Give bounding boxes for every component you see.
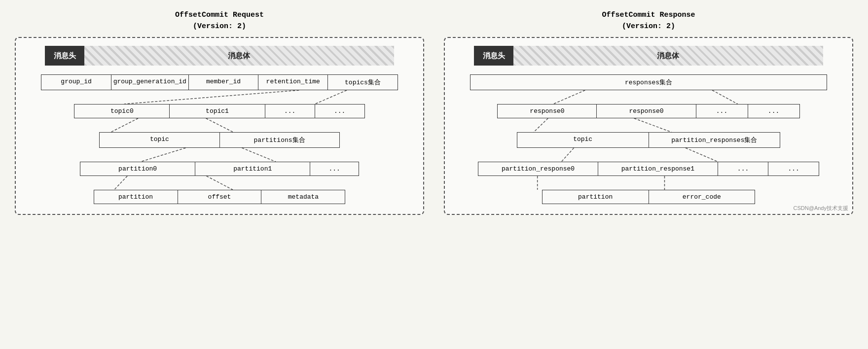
svg-line-5 — [242, 148, 276, 162]
left-r3-c1: topic — [100, 133, 219, 147]
left-conn2 — [84, 118, 355, 132]
right-msg-header-row: 消息头 消息体 — [474, 46, 823, 66]
right-r4-c4: ... — [768, 162, 819, 175]
left-r1-c4: retention_time — [258, 75, 328, 90]
right-row2: response0 response0 ... ... — [497, 104, 799, 118]
left-r1-c2: group_generation_id — [111, 75, 189, 90]
right-msg-tou: 消息头 — [474, 46, 513, 66]
left-msg-tou: 消息头 — [45, 46, 84, 66]
right-msg-ti: 消息体 — [513, 46, 823, 66]
left-title-line1: OffsetCommit Request — [175, 11, 264, 19]
right-r1-c1: responses集合 — [470, 75, 826, 90]
right-r4-c2: partition_response1 — [598, 162, 718, 175]
right-title: OffsetCommit Response (Version: 2) — [602, 10, 695, 32]
right-row5: partition error_code — [542, 190, 755, 204]
right-r3-c2: partition_responses集合 — [649, 133, 780, 147]
left-row4: partition0 partition1 ... — [80, 162, 359, 176]
left-r2-c2: topic1 — [170, 105, 265, 118]
left-r5-c2: offset — [178, 190, 262, 204]
right-row1-wrapper: responses集合 response0 response0 ... ... — [455, 74, 842, 204]
left-r4-c2: partition1 — [195, 162, 310, 175]
right-row4: partition_response0 partition_response1 … — [478, 162, 819, 176]
right-conn4 — [490, 176, 808, 190]
right-conn1 — [490, 90, 808, 104]
svg-line-4 — [141, 148, 185, 162]
right-dashed-box: 消息头 消息体 responses集合 response0 response0 … — [444, 37, 853, 215]
left-r1-c3: member_id — [189, 75, 258, 90]
left-conn1 — [61, 90, 379, 104]
left-row3: topic partitions集合 — [99, 132, 339, 148]
left-title: OffsetCommit Request (Version: 2) — [175, 10, 264, 32]
left-conn3 — [107, 148, 332, 162]
right-row1: responses集合 — [470, 74, 827, 90]
svg-line-2 — [111, 118, 138, 132]
right-r4-c1: partition_response0 — [478, 162, 598, 175]
svg-line-6 — [114, 176, 127, 190]
right-title-line2: (Version: 2) — [622, 22, 675, 31]
right-r2-c1: response0 — [498, 105, 597, 118]
left-row1: group_id group_generation_id member_id r… — [41, 74, 398, 90]
main-container: OffsetCommit Request (Version: 2) 消息头 消息… — [0, 0, 868, 349]
right-r2-c4: ... — [748, 105, 799, 118]
left-r4-c3: ... — [310, 162, 359, 175]
left-r5-c3: metadata — [261, 190, 345, 204]
left-r2-c4: ... — [315, 105, 364, 118]
right-r2-c3: ... — [696, 105, 748, 118]
svg-line-9 — [712, 90, 738, 104]
left-r2-c1: topic0 — [74, 105, 170, 118]
right-r2-c2: response0 — [597, 105, 696, 118]
right-row3: topic partition_responses集合 — [517, 132, 780, 148]
right-r5-c2: error_code — [649, 190, 755, 204]
left-r4-c1: partition0 — [80, 162, 195, 175]
left-dashed-box: 消息头 消息体 group_id group_generation_id mem… — [15, 37, 424, 215]
svg-line-10 — [534, 118, 548, 132]
left-msg-ti: 消息体 — [84, 46, 394, 66]
svg-line-12 — [562, 148, 574, 162]
left-r5-c1: partition — [94, 190, 178, 204]
svg-line-0 — [124, 90, 299, 104]
svg-line-7 — [206, 176, 232, 190]
svg-line-13 — [686, 148, 718, 162]
svg-line-1 — [315, 90, 346, 104]
left-row2: topic0 topic1 ... ... — [74, 104, 365, 118]
right-conn3 — [524, 148, 772, 162]
left-r1-c5: topics集合 — [328, 75, 397, 90]
left-r1-c1: group_id — [41, 75, 111, 90]
right-r3-c1: topic — [517, 133, 649, 147]
right-title-line1: OffsetCommit Response — [602, 11, 695, 19]
left-r2-c3: ... — [265, 105, 315, 118]
left-msg-header-row: 消息头 消息体 — [45, 46, 394, 66]
left-r3-c2: partitions集合 — [220, 133, 339, 147]
left-panel: OffsetCommit Request (Version: 2) 消息头 消息… — [15, 10, 424, 215]
right-r5-c1: partition — [542, 190, 649, 204]
left-row1-wrapper: group_id group_generation_id member_id r… — [26, 74, 413, 204]
left-title-line2: (Version: 2) — [193, 22, 246, 31]
left-conn4 — [88, 176, 351, 190]
watermark: CSDN@Andy技术支援 — [794, 205, 848, 212]
left-row5: partition offset metadata — [94, 190, 346, 204]
right-conn2 — [505, 118, 792, 132]
svg-line-11 — [634, 118, 672, 132]
right-r4-c3: ... — [718, 162, 769, 175]
svg-line-8 — [553, 90, 585, 104]
right-panel: OffsetCommit Response (Version: 2) 消息头 消… — [444, 10, 853, 215]
svg-line-3 — [206, 118, 233, 132]
